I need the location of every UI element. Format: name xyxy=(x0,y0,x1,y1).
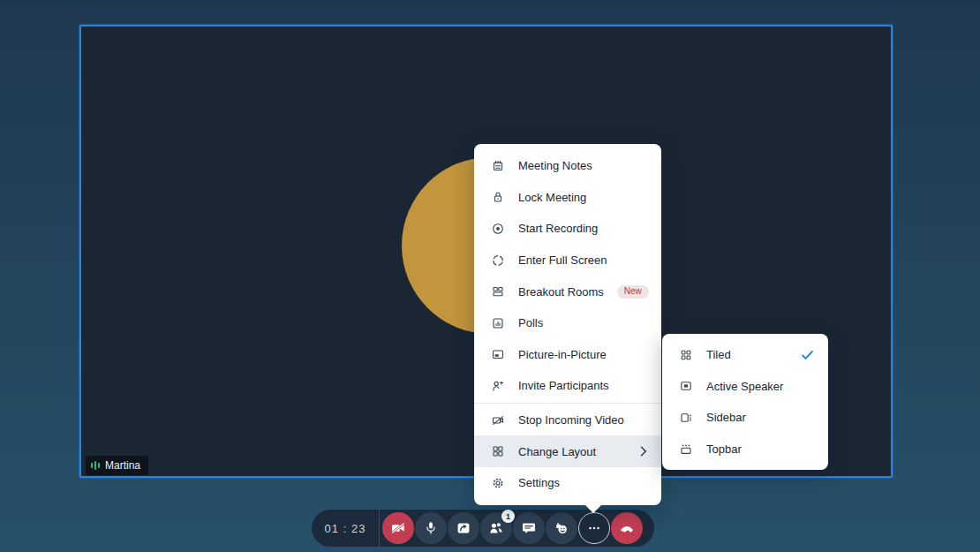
camera-off-icon xyxy=(390,520,406,536)
more-dots-icon xyxy=(586,520,602,536)
participants-icon xyxy=(488,520,504,536)
submenu-item-label: Sidebar xyxy=(706,411,746,424)
tiled-layout-icon xyxy=(679,348,693,362)
menu-item-invite-participants[interactable]: Invite Participants xyxy=(474,370,661,402)
submenu-item-label: Active Speaker xyxy=(706,380,783,393)
invite-participants-icon xyxy=(491,379,505,393)
participants-button[interactable]: 1 xyxy=(480,512,512,544)
camera-toggle-button[interactable] xyxy=(382,512,414,544)
menu-item-label: Settings xyxy=(518,476,560,489)
change-layout-icon xyxy=(491,444,505,458)
menu-item-polls[interactable]: Polls xyxy=(474,307,661,339)
menu-item-start-recording[interactable]: Start Recording xyxy=(474,213,661,245)
menu-item-enter-full-screen[interactable]: Enter Full Screen xyxy=(474,245,661,276)
menu-item-label: Lock Meeting xyxy=(518,191,586,204)
reactions-button[interactable] xyxy=(546,512,577,544)
end-call-icon xyxy=(619,520,635,536)
menu-item-label: Change Layout xyxy=(518,445,596,458)
change-layout-submenu: Tiled Active Speaker Sidebar Topbar xyxy=(662,334,828,470)
menu-item-stop-incoming-video[interactable]: Stop Incoming Video xyxy=(474,405,661,436)
submenu-item-label: Topbar xyxy=(706,442,742,456)
submenu-item-label: Tiled xyxy=(706,348,731,361)
menu-item-lock-meeting[interactable]: Lock Meeting xyxy=(474,182,661,214)
lock-icon xyxy=(491,190,505,204)
end-call-button[interactable] xyxy=(611,512,643,544)
toolbar-divider xyxy=(379,510,380,547)
picture-in-picture-icon xyxy=(491,347,505,361)
menu-item-label: Polls xyxy=(518,316,543,329)
participant-name: Martina xyxy=(105,459,140,472)
check-icon xyxy=(801,350,814,360)
submenu-item-sidebar[interactable]: Sidebar xyxy=(662,402,828,434)
active-speaker-layout-icon xyxy=(679,379,693,393)
control-bar: 01 : 23 1 xyxy=(312,510,654,547)
speaking-indicator-icon xyxy=(91,460,100,471)
menu-item-meeting-notes[interactable]: Meeting Notes xyxy=(474,150,661,182)
stop-incoming-video-icon xyxy=(491,413,505,427)
meeting-timer: 01 : 23 xyxy=(312,522,379,535)
gear-icon xyxy=(491,476,505,490)
menu-item-label: Start Recording xyxy=(518,222,598,235)
menu-item-settings[interactable]: Settings xyxy=(474,467,661,499)
share-screen-icon xyxy=(456,520,471,536)
participants-count-badge: 1 xyxy=(501,510,515,523)
sidebar-layout-icon xyxy=(679,411,693,425)
mic-toggle-button[interactable] xyxy=(415,512,447,544)
participant-name-tag: Martina xyxy=(86,456,148,475)
menu-item-label: Meeting Notes xyxy=(518,159,592,172)
chat-button[interactable] xyxy=(513,512,545,544)
menu-item-breakout-rooms[interactable]: Breakout Rooms New xyxy=(474,276,661,307)
topbar-layout-icon xyxy=(679,442,693,457)
share-screen-button[interactable] xyxy=(448,512,479,544)
menu-item-change-layout[interactable]: Change Layout xyxy=(474,435,661,467)
submenu-item-active-speaker[interactable]: Active Speaker xyxy=(662,371,828,403)
menu-item-label: Invite Participants xyxy=(518,379,609,392)
more-options-menu: Meeting Notes Lock Meeting Start Recordi… xyxy=(474,144,661,505)
chevron-right-icon xyxy=(640,446,647,457)
menu-item-picture-in-picture[interactable]: Picture-in-Picture xyxy=(474,339,661,371)
reactions-icon xyxy=(554,520,569,536)
submenu-item-topbar[interactable]: Topbar xyxy=(662,434,828,465)
more-options-button[interactable] xyxy=(578,512,610,544)
menu-caret xyxy=(584,504,602,513)
new-badge: New xyxy=(617,285,649,299)
fullscreen-icon xyxy=(491,253,505,268)
notes-icon xyxy=(491,159,505,173)
microphone-icon xyxy=(423,520,439,536)
polls-icon xyxy=(491,316,505,330)
breakout-rooms-icon xyxy=(491,284,505,299)
chat-icon xyxy=(521,520,537,536)
record-icon xyxy=(491,222,505,236)
menu-item-label: Enter Full Screen xyxy=(518,253,607,267)
submenu-item-tiled[interactable]: Tiled xyxy=(662,339,828,371)
menu-item-label: Stop Incoming Video xyxy=(518,413,624,427)
menu-item-label: Picture-in-Picture xyxy=(518,348,607,361)
menu-item-label: Breakout Rooms xyxy=(518,285,604,299)
menu-separator xyxy=(474,403,661,404)
